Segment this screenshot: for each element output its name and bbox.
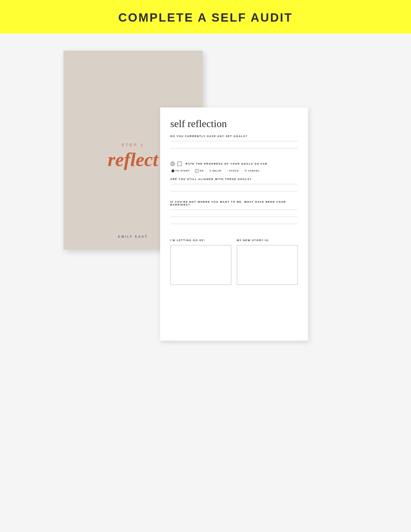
to-start-dot-icon — [172, 169, 174, 172]
divider-4 — [170, 191, 298, 191]
stuck-label: STUCK — [229, 169, 239, 172]
rating-row: RATE THE PROGRESS OF YOUR GOALS SO FAR — [170, 162, 298, 166]
reflect-card-inner: STEP 1 reflect — [108, 143, 158, 169]
section3-label: ARE YOU STILL ALIGNED WITH THESE GOALS? — [170, 178, 298, 181]
cancel-label: CANCEL — [248, 169, 260, 172]
status-stuck: / STUCK — [227, 169, 239, 172]
main-content: STEP 1 reflect EMILY EAST self reflectio… — [63, 51, 348, 449]
status-delay: ➜ DELAY — [209, 169, 222, 172]
delay-arrow-icon: ➜ — [209, 169, 211, 172]
worksheet-card: self reflection DO YOU CURRENTLY HAVE AN… — [160, 107, 308, 341]
status-cancel: ✕ CANCEL — [244, 169, 260, 173]
divider-6 — [170, 217, 298, 217]
new-story-section: MY NEW STORY IS: — [237, 239, 298, 285]
spacer-4 — [170, 219, 298, 224]
card-brand: EMILY EAST — [118, 235, 148, 238]
two-col-section: I'M LETTING GO OF: MY NEW STORY IS: — [170, 239, 298, 285]
new-story-label: MY NEW STORY IS: — [237, 239, 298, 242]
spacer-1 — [170, 144, 298, 148]
reflect-title: reflect — [108, 150, 158, 169]
letting-go-box[interactable] — [170, 245, 231, 285]
letting-go-section: I'M LETTING GO OF: — [170, 239, 231, 285]
status-options: TO START ✓ OK ➜ DELAY / STUCK ✕ CANCEL — [172, 169, 298, 173]
spacer-3 — [170, 212, 298, 217]
to-start-label: TO START — [175, 169, 190, 172]
gap-2 — [170, 194, 298, 200]
delay-label: DELAY — [212, 169, 222, 172]
header-title: COMPLETE A SELF AUDIT — [0, 11, 411, 24]
gap-3 — [170, 226, 298, 233]
status-ok: ✓ OK — [195, 169, 204, 173]
ok-check-icon: ✓ — [195, 169, 199, 173]
gap-1 — [170, 151, 298, 158]
worksheet-title: self reflection — [170, 118, 298, 130]
divider-5 — [170, 210, 298, 210]
status-to-start: TO START — [172, 169, 190, 172]
divider-7 — [170, 224, 298, 224]
header-banner: COMPLETE A SELF AUDIT — [0, 0, 411, 34]
divider-2 — [170, 148, 298, 148]
ok-label: OK — [200, 169, 204, 172]
stuck-slash-icon: / — [227, 169, 228, 172]
divider-1 — [170, 141, 298, 141]
section1-label: DO YOU CURRENTLY HAVE ANY SET GOALS? — [170, 135, 298, 138]
letting-go-label: I'M LETTING GO OF: — [170, 239, 231, 242]
section4-label: IF YOU'RE NOT WHERE YOU WANT TO BE, WHAT… — [170, 200, 298, 206]
rating-circle-icon — [170, 162, 175, 166]
cancel-x-icon: ✕ — [244, 169, 247, 173]
section2-label: RATE THE PROGRESS OF YOUR GOALS SO FAR — [186, 162, 268, 165]
rating-square-icon — [177, 162, 182, 166]
step-label: STEP 1 — [121, 143, 144, 147]
divider-3 — [170, 184, 298, 184]
spacer-2 — [170, 187, 298, 191]
new-story-box[interactable] — [237, 245, 298, 285]
